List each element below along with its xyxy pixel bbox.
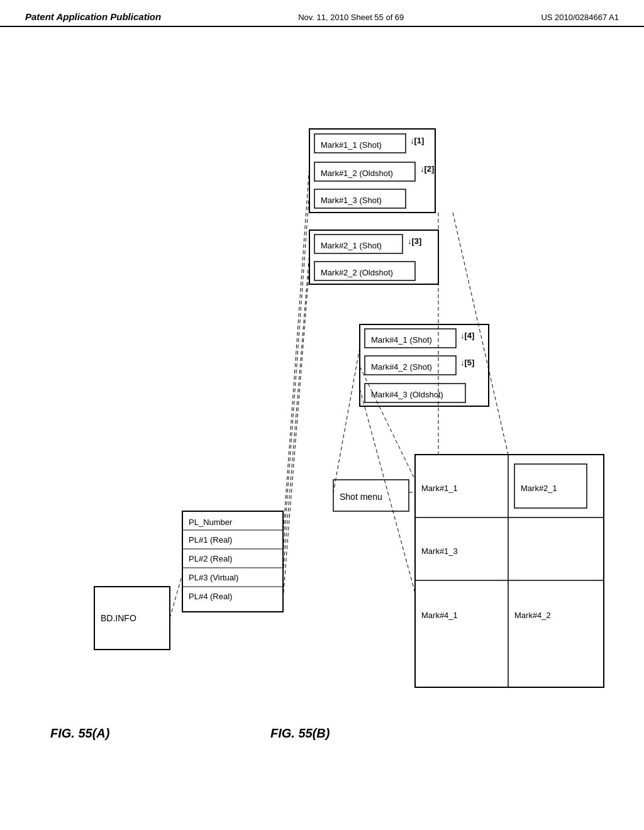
header-date-sheet: Nov. 11, 2010 Sheet 55 of 69 <box>298 13 404 22</box>
mark4-ref5: ↓[5] <box>460 358 474 367</box>
svg-line-6 <box>283 253 309 574</box>
shot-menu-label: Shot menu <box>340 492 382 502</box>
mark1-2-label: Mark#1_2 (Oldshot) <box>321 169 393 178</box>
pl-row-1: PL#1 (Real) <box>189 535 232 545</box>
fig-b-label: FIG. 55(B) <box>270 726 330 740</box>
svg-line-14 <box>360 389 415 593</box>
mark2-ref3: ↓[3] <box>408 236 421 246</box>
mark2-1-cell-label: Mark#2_1 <box>521 484 557 493</box>
bd-info-label: BD.INFO <box>101 613 136 623</box>
mark4-1-label: Mark#4_1 (Shot) <box>371 335 432 345</box>
mark1-ref1: ↓[1] <box>410 136 424 145</box>
svg-line-7 <box>283 266 309 599</box>
main-content: FIG. 55(A) BD.INFO PL_Number PL#1 (Real)… <box>0 27 644 819</box>
diagram-svg: FIG. 55(A) BD.INFO PL_Number PL#1 (Real)… <box>0 27 644 819</box>
pl-row-2: PL#2 (Real) <box>189 554 232 563</box>
grid-mark1-3: Mark#1_3 <box>421 546 458 556</box>
mark4-ref4: ↓[4] <box>460 331 474 340</box>
mark2-2-label: Mark#2_2 (Oldshot) <box>321 268 393 277</box>
pl-row-3: PL#3 (Virtual) <box>189 573 238 582</box>
mark1-ref2: ↓[2] <box>420 164 434 174</box>
pl-row-0: PL_Number <box>189 517 233 527</box>
mark1-1-label: Mark#1_1 (Shot) <box>321 140 382 150</box>
header-publication-label: Patent Application Publication <box>25 11 161 22</box>
grid-mark1-1: Mark#1_1 <box>421 484 458 493</box>
svg-line-5 <box>283 191 309 555</box>
pl-row-4: PL#4 (Real) <box>189 592 232 601</box>
mark4-2-label: Mark#4_2 (Shot) <box>371 362 432 372</box>
fig-a-label: FIG. 55(A) <box>50 726 110 740</box>
grid-mark4-2: Mark#4_2 <box>514 611 551 620</box>
svg-line-12 <box>333 348 360 492</box>
svg-line-4 <box>283 165 309 536</box>
mark2-1-label: Mark#2_1 (Shot) <box>321 241 382 250</box>
grid-mark4-1: Mark#4_1 <box>421 611 458 620</box>
header-patent-number: US 2010/0284667 A1 <box>541 13 619 22</box>
svg-line-8 <box>170 574 182 618</box>
mark1-3-label: Mark#1_3 (Shot) <box>321 196 382 205</box>
mark4-3-label: Mark#4_3 (Oldshot) <box>371 390 443 399</box>
page-header: Patent Application Publication Nov. 11, … <box>0 0 644 27</box>
